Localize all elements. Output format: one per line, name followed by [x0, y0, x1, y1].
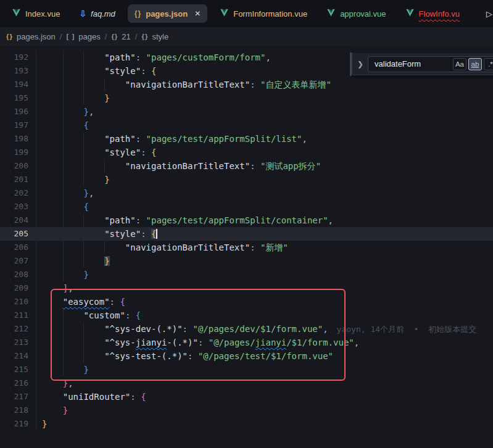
indent-guide — [63, 254, 64, 268]
code-line-214[interactable]: 214 "^sys-test-(.*)": "@/pages/test/$1/f… — [0, 349, 493, 363]
regex-button[interactable]: .* — [484, 58, 493, 70]
code-line-206[interactable]: 206 "navigationBarTitleText": "新增" — [0, 241, 493, 254]
find-input[interactable]: validateForm Aa ab .* — [368, 56, 493, 72]
indent-guide — [83, 241, 84, 254]
tab-label: pages.json — [146, 9, 188, 19]
token: "navigationBarTitleText" — [125, 243, 250, 252]
line-number: 204 — [0, 214, 28, 227]
object-icon: {} — [141, 33, 148, 40]
markdown-icon: ⇩ — [79, 9, 86, 19]
token: "@/pages/dev/$1/form.vue" — [193, 324, 323, 334]
code-line-209[interactable]: 209 ], — [0, 281, 493, 295]
tab-faq.md[interactable]: ⇩faq.md — [72, 4, 122, 23]
breadcrumb-item-pages.json[interactable]: {}pages.json — [6, 32, 56, 41]
line-number: 213 — [0, 336, 28, 349]
token: "@/pages/test/$1/form.vue" — [198, 351, 333, 361]
token: } — [83, 188, 88, 198]
code-line-199[interactable]: 199 "style": { — [0, 146, 493, 159]
indent-guide — [83, 159, 84, 173]
line-number: 209 — [0, 281, 28, 295]
code-editor[interactable]: 192 "path": "pages/customForm/form",193 … — [0, 46, 493, 448]
code-line-216[interactable]: 216 }, — [0, 376, 493, 390]
json-braces-icon: {} — [6, 33, 13, 40]
code-line-202[interactable]: 202 }, — [0, 186, 493, 200]
code-line-217[interactable]: 217 "uniIdRouter": { — [0, 390, 493, 404]
whole-word-glyph: ab — [471, 60, 479, 68]
line-content: } — [42, 363, 89, 376]
token: , — [323, 324, 328, 334]
line-content: "navigationBarTitleText": "自定义表单新增" — [42, 78, 331, 91]
token: : — [250, 80, 260, 89]
find-widget: ❯ validateForm Aa ab .* — [352, 53, 493, 75]
vue-icon — [220, 9, 229, 19]
indent-guide — [83, 349, 84, 363]
tab-overflow-chevron-icon[interactable]: ▷ — [486, 9, 493, 19]
code-line-213[interactable]: 213 "^sys-jianyi-(.*)": "@/pages/jianyi/… — [0, 336, 493, 349]
code-line-211[interactable]: 211 "custom": { — [0, 309, 493, 322]
code-line-196[interactable]: 196 }, — [0, 105, 493, 118]
line-content: "uniIdRouter": { — [42, 390, 146, 404]
code-line-195[interactable]: 195 } — [0, 91, 493, 105]
find-expand-chevron-icon[interactable]: ❯ — [357, 60, 363, 68]
code-lines: 192 "path": "pages/customForm/form",193 … — [0, 51, 493, 431]
indent-guide — [83, 214, 84, 227]
code-line-194[interactable]: 194 "navigationBarTitleText": "自定义表单新增" — [0, 78, 493, 91]
token: "pages/customForm/form" — [146, 52, 266, 62]
tab-pages.json[interactable]: {}pages.json✕ — [128, 4, 207, 23]
indent-guide — [104, 78, 105, 91]
json-braces-icon: {} — [135, 9, 141, 18]
indent-guide — [63, 91, 64, 105]
line-number: 210 — [0, 295, 28, 309]
breadcrumb-item-pages[interactable]: [ ]pages — [66, 32, 100, 41]
token: : — [141, 147, 151, 157]
find-widget-sash[interactable] — [350, 52, 352, 76]
token: { — [151, 66, 156, 76]
code-line-203[interactable]: 203 { — [0, 200, 493, 214]
breadcrumb-item-21[interactable]: {}21 — [111, 32, 130, 41]
code-line-201[interactable]: 201 } — [0, 173, 493, 186]
code-line-207[interactable]: 207 } — [0, 254, 493, 268]
code-line-215[interactable]: 215 } — [0, 363, 493, 376]
tab-FormInformation.vue[interactable]: FormInformation.vue — [213, 4, 314, 23]
token: "^sys-dev-(.*)" — [104, 324, 182, 334]
token: , — [302, 134, 307, 144]
indent-guide — [63, 105, 64, 118]
find-query-text[interactable]: validateForm — [370, 59, 451, 68]
code-line-197[interactable]: 197 { — [0, 118, 493, 132]
code-line-218[interactable]: 218 } — [0, 404, 493, 417]
indent-guide — [83, 336, 84, 349]
indent-guide — [63, 349, 64, 363]
token: : — [136, 215, 146, 225]
line-number: 202 — [0, 186, 28, 200]
close-icon[interactable]: ✕ — [194, 9, 201, 18]
code-line-200[interactable]: 200 "navigationBarTitleText": "测试app拆分" — [0, 159, 493, 173]
line-content: } — [42, 173, 110, 186]
line-number: 207 — [0, 254, 28, 268]
whole-word-button[interactable]: ab — [468, 58, 482, 70]
token: "custom" — [83, 310, 125, 320]
tab-label: faq.md — [91, 9, 115, 19]
breadcrumb-separator: / — [60, 32, 62, 41]
tab-approval.vue[interactable]: approval.vue — [320, 4, 392, 23]
token: : — [198, 338, 209, 347]
tab-FlowInfo.vu[interactable]: FlowInfo.vu — [399, 4, 466, 23]
breadcrumb-label: style — [152, 32, 168, 41]
code-line-210[interactable]: 210 "easycom": { — [0, 295, 493, 309]
code-line-205[interactable]: 205 "style": { — [0, 227, 493, 241]
breadcrumb-item-style[interactable]: {}style — [141, 32, 168, 41]
line-content: }, — [42, 186, 94, 200]
code-line-219[interactable]: 219} — [0, 417, 493, 431]
text-cursor — [156, 229, 157, 239]
code-line-198[interactable]: 198 "path": "pages/test/appFormSplit/lis… — [0, 132, 493, 146]
code-line-208[interactable]: 208 } — [0, 268, 493, 281]
code-line-212[interactable]: 212 "^sys-dev-(.*)": "@/pages/dev/$1/for… — [0, 322, 493, 336]
indent-guide — [83, 132, 84, 146]
match-case-button[interactable]: Aa — [453, 58, 466, 70]
code-line-204[interactable]: 204 "path": "pages/test/appFormSplit/con… — [0, 214, 493, 227]
indent-guide — [63, 214, 64, 227]
tab-Index.vue[interactable]: Index.vue — [5, 4, 67, 23]
line-content: "^sys-dev-(.*)": "@/pages/dev/$1/form.vu… — [42, 322, 476, 336]
line-content: "navigationBarTitleText": "新增" — [42, 241, 288, 254]
line-content: "style": { — [42, 227, 157, 241]
breadcrumb-label: pages — [78, 32, 100, 41]
